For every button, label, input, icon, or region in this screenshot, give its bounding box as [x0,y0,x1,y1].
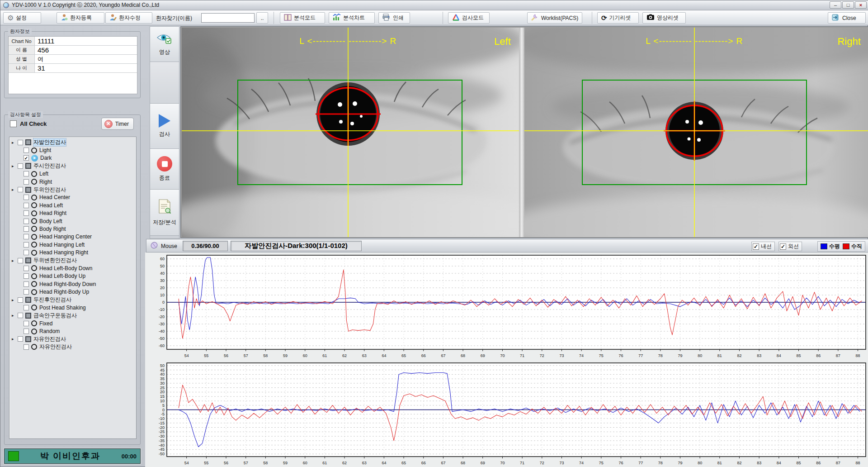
item-checkbox[interactable] [18,163,23,169]
radio-icon[interactable] [31,210,37,216]
item-checkbox[interactable] [24,250,29,255]
item-checkbox[interactable] [24,242,29,248]
analysis-chart-button[interactable]: 분석차트 [329,12,375,24]
radio-icon[interactable] [31,202,37,208]
tree-test-item[interactable]: Head Left [9,201,136,209]
item-checkbox[interactable] [24,195,29,200]
close-app-button[interactable]: Close [828,12,866,24]
radio-icon[interactable] [31,329,37,334]
tree-group-item[interactable]: ▸두위변환안진검사 [9,257,136,264]
outer-line-checkbox[interactable]: ✓ 외선 [778,242,802,251]
tree-group-item[interactable]: ▸자발안진검사 [9,138,136,146]
expand-icon[interactable]: ▸ [12,187,15,192]
tree-test-item[interactable]: Head Hanging Center [9,233,136,241]
item-checkbox[interactable] [24,281,29,287]
patient-search-input[interactable] [201,13,255,23]
item-checkbox[interactable] [18,258,23,263]
radio-icon[interactable] [31,273,37,279]
radio-icon[interactable] [31,148,37,153]
tree-test-item[interactable]: Fixed [9,319,136,327]
tree-test-item[interactable]: Head Right-Body Down [9,280,136,288]
item-checkbox[interactable] [18,187,23,192]
item-checkbox[interactable] [18,336,23,342]
tree-group-item[interactable]: ▸자유안진검사 [9,335,136,343]
item-checkbox[interactable]: ✓ [24,155,29,161]
tree-group-item[interactable]: ▸주시안진검사 [9,162,136,170]
patient-edit-button[interactable]: 환자수정 [105,12,152,24]
radio-icon[interactable] [31,305,37,310]
item-checkbox[interactable] [24,171,29,176]
item-checkbox[interactable] [18,297,23,303]
timer-button[interactable]: ✕ Timer [101,118,134,130]
item-checkbox[interactable] [24,203,29,208]
item-checkbox[interactable] [24,321,29,326]
radio-icon[interactable] [31,179,37,185]
maximize-button[interactable]: □ [842,1,854,9]
video-button[interactable]: 영상 [150,27,179,62]
tree-test-item[interactable]: Right [9,178,136,186]
radio-icon[interactable] [31,289,37,295]
item-checkbox[interactable] [24,148,29,153]
expand-icon[interactable]: ▸ [12,298,15,302]
tree-test-item[interactable]: 자유안진검사 [9,343,136,351]
item-checkbox[interactable] [24,210,29,216]
radio-icon[interactable] [31,250,37,256]
item-checkbox[interactable] [24,266,29,271]
tree-group-item[interactable]: ▸두위안진검사 [9,186,136,193]
tree-test-item[interactable]: Body Left [9,217,136,225]
item-checkbox[interactable] [24,289,29,295]
expand-icon[interactable]: ▸ [12,140,15,145]
tree-test-item[interactable]: Head Left-Body Down [9,264,136,272]
item-checkbox[interactable] [24,226,29,232]
item-checkbox[interactable] [18,313,23,318]
item-checkbox[interactable] [24,305,29,310]
test-mode-button[interactable]: 검사모드 [448,12,490,24]
print-button[interactable]: 인쇄 [378,12,410,24]
radio-icon[interactable] [31,265,37,271]
patient-register-button[interactable]: 환자등록 [57,12,104,24]
inner-line-checkbox[interactable]: ✓ 내선 [751,242,775,251]
test-start-button[interactable]: 검사 [150,104,179,149]
expand-icon[interactable]: ▸ [12,258,15,263]
tree-test-item[interactable]: Left [9,170,136,178]
minimize-button[interactable]: – [830,1,841,9]
stop-button[interactable]: 종료 [150,149,179,190]
tree-test-item[interactable]: Post Head Shaking [9,304,136,311]
worklist-pacs-button[interactable]: Worklist(PACS) [527,12,582,24]
item-checkbox[interactable] [24,329,29,334]
tree-test-item[interactable]: Body Right [9,225,136,233]
radio-icon[interactable] [31,234,37,240]
device-reset-button[interactable]: ⟳ 기기리셋 [597,12,639,24]
radio-icon[interactable] [31,171,37,177]
item-checkbox[interactable] [24,179,29,185]
item-checkbox[interactable] [18,140,23,145]
expand-icon[interactable]: ▸ [12,313,15,318]
expand-icon[interactable]: ▸ [12,164,15,168]
radio-icon[interactable] [31,226,37,232]
analysis-mode-button[interactable]: 분석모드 [280,12,325,24]
radio-icon[interactable] [31,344,37,350]
radio-icon[interactable] [31,242,37,248]
tree-test-item[interactable]: Head Hanging Right [9,248,136,256]
search-more-button[interactable]: .. [256,12,268,24]
video-reset-button[interactable]: 영상리셋 [642,12,686,24]
item-checkbox[interactable] [24,219,29,224]
settings-button[interactable]: ⚙ 설정 [3,12,41,24]
close-window-button[interactable]: × [855,1,867,9]
tree-group-item[interactable]: ▸급속안구운동검사 [9,312,136,319]
tree-test-item[interactable]: Random [9,327,136,335]
radio-icon[interactable] [31,320,37,326]
radio-icon[interactable] [31,195,37,200]
item-checkbox[interactable] [24,234,29,239]
radio-icon[interactable] [31,281,37,287]
tree-test-item[interactable]: Light [9,146,136,154]
expand-icon[interactable]: ▸ [12,337,15,341]
tree-test-item[interactable]: Head Right [9,210,136,217]
tree-test-item[interactable]: Head Hanging Left [9,241,136,248]
save-analyze-button[interactable]: 저장/분석 [150,190,179,236]
tree-test-item[interactable]: Head Center [9,194,136,201]
all-check-checkbox[interactable] [10,120,17,127]
tree-test-item[interactable]: Head Right-Body Up [9,288,136,295]
tree-test-item[interactable]: Head Left-Body Up [9,272,136,280]
item-checkbox[interactable] [24,344,29,350]
